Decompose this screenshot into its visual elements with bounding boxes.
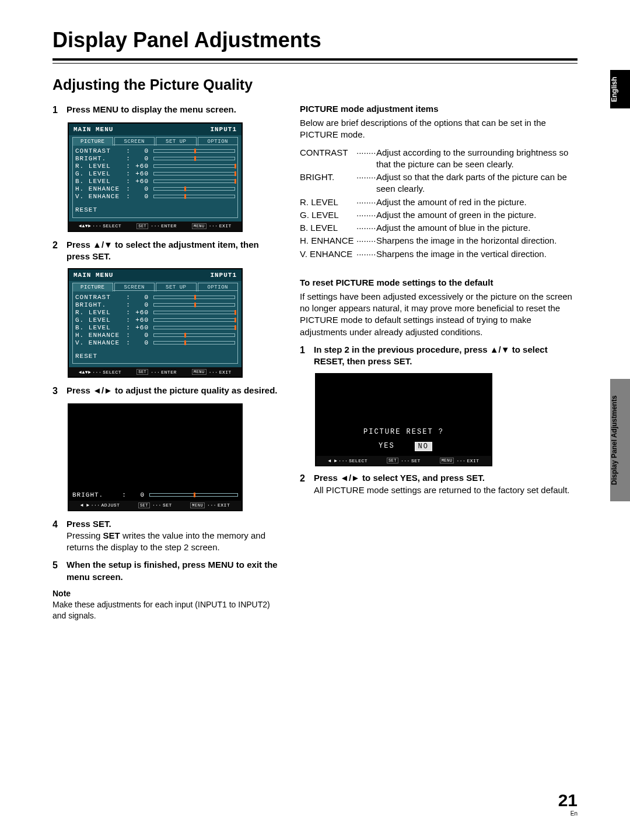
step-body-text: All PICTURE mode settings are returned t… (314, 484, 578, 496)
osd-item-row: B. LEVEL:+60 (75, 324, 235, 331)
osd-item-row: G. LEVEL:+60 (75, 316, 235, 324)
def-term: R. LEVEL (300, 196, 356, 208)
reset-step-1: 1 In step 2 in the previous procedure, p… (300, 344, 578, 368)
osd-tab: PICTURE (72, 283, 113, 291)
osd-item-value: 0 (131, 193, 151, 200)
osd-foot-label: SELECT (349, 458, 368, 463)
step-2: 2 Press ▲/▼ to select the adjustment ite… (52, 239, 282, 263)
def-dots: ············· (356, 171, 376, 195)
osd-reset-item: RESET (75, 206, 235, 214)
osd-foot-label: SELECT (103, 223, 121, 229)
osd-item-row: H. ENHANCE:0 (75, 185, 235, 193)
definition-row: B. LEVEL·············Adjust the amount o… (300, 222, 578, 234)
osd-item-label: B. LEVEL (75, 178, 125, 185)
osd-item-row: BRIGHT.:0 (75, 155, 235, 163)
osd-item-label: CONTRAST (75, 147, 125, 154)
osd-input-label: INPUT1 (210, 272, 237, 279)
def-desc: Sharpens the image in the vertical direc… (376, 248, 578, 260)
osd-item-label: G. LEVEL (75, 317, 125, 324)
osd-foot-btn: MENU (190, 502, 205, 508)
step-4: 4 Press SET. Pressing SET writes the val… (52, 518, 282, 554)
def-dots: ············· (356, 248, 376, 260)
def-dots: ············· (356, 209, 376, 221)
osd-body: CONTRAST:0BRIGHT.:0R. LEVEL:+60G. LEVEL:… (72, 145, 238, 218)
definition-row: H. ENHANCE·············Sharpens the imag… (300, 235, 578, 247)
subhead-reset: To reset PICTURE mode settings to the de… (300, 277, 578, 287)
intro-text: Below are brief descriptions of the opti… (300, 117, 578, 141)
osd-foot-label: EXIT (218, 502, 230, 508)
osd-foot-label: SET (163, 502, 172, 508)
def-desc: Adjust the amount of green in the pictur… (376, 209, 578, 221)
osd-item-label: H. ENHANCE (75, 185, 125, 192)
osd-item-row: R. LEVEL:+60 (75, 308, 235, 316)
reset-intro: If settings have been adjusted excessive… (300, 291, 578, 338)
def-desc: Adjust the amount of blue in the picture… (376, 222, 578, 234)
osd-tab: SCREEN (114, 283, 155, 291)
osd-item-value: +60 (131, 324, 151, 331)
def-dots: ············· (356, 196, 376, 208)
step-text: Press MENU to display the menu screen. (66, 104, 282, 115)
osd-tab: SET UP (156, 137, 197, 146)
step-text: When the setup is finished, press MENU t… (66, 559, 282, 583)
definition-list: CONTRAST·············Adjust according to… (300, 147, 578, 260)
def-dots: ············· (356, 235, 376, 247)
osd-item-value: 0 (131, 339, 151, 346)
osd-item-value: +60 (131, 309, 151, 316)
subhead-picture-items: PICTURE mode adjustment items (300, 104, 578, 114)
osd-item-label: R. LEVEL (75, 163, 125, 170)
osd-foot-label: EXIT (467, 458, 479, 463)
osd-item-value: 0 (131, 301, 151, 308)
rule-thin (52, 63, 578, 64)
osd-foot-label: SET (411, 458, 421, 463)
step-text: Press ◄/► to adjust the picture quality … (66, 385, 282, 396)
osd-item-label: B. LEVEL (75, 324, 125, 331)
osd-item-value: 0 (131, 332, 151, 339)
osd-item-row: V. ENHANCE:0 (75, 339, 235, 346)
def-desc: Adjust so that the dark parts of the pic… (376, 171, 578, 195)
osd-main-menu-2: MAIN MENU INPUT1 PICTURE SCREEN SET UP O… (68, 268, 243, 378)
osd-foot-label: EXIT (219, 223, 232, 229)
osd-foot-label: ENTER (161, 370, 177, 375)
def-term: G. LEVEL (300, 209, 356, 221)
definition-row: BRIGHT.·············Adjust so that the d… (300, 171, 578, 195)
osd-item-label: V. ENHANCE (75, 193, 125, 200)
osd-item-row: G. LEVEL:+60 (75, 170, 235, 178)
osd-item-row: CONTRAST:0 (75, 293, 235, 301)
osd-item-row: BRIGHT.:0 (75, 301, 235, 308)
side-tab-section: Display Panel Adjustments (610, 379, 630, 501)
reset-step-2: 2 Press ◄/► to select YES, and press SET… (300, 472, 578, 496)
osd-tab: OPTION (198, 283, 239, 291)
definition-row: G. LEVEL·············Adjust the amount o… (300, 209, 578, 221)
osd-foot-label: ENTER (161, 223, 177, 229)
definition-row: V. ENHANCE·············Sharpens the imag… (300, 248, 578, 260)
osd-foot-btn: MENU (192, 369, 206, 375)
step-head: Press SET. (66, 518, 282, 530)
osd-item-label: BRIGHT. (75, 301, 125, 308)
osd-item-value: +60 (131, 317, 151, 324)
osd-item-label: R. LEVEL (75, 309, 125, 316)
osd-item-label: BRIGHT. (75, 155, 125, 162)
osd-item-row: B. LEVEL:+60 (75, 178, 235, 185)
osd-body: CONTRAST:0BRIGHT.:0R. LEVEL:+60G. LEVEL:… (72, 290, 238, 364)
osd-foot-btn: SET (387, 458, 398, 463)
osd-item-row: V. ENHANCE:0 (75, 193, 235, 201)
step-3: 3 Press ◄/► to adjust the picture qualit… (52, 385, 282, 398)
osd-item-value: 0 (131, 147, 151, 154)
def-term: BRIGHT. (300, 171, 356, 195)
osd-item-label: G. LEVEL (75, 170, 125, 177)
osd-item-row: CONTRAST:0 (75, 147, 235, 155)
osd-tab: SCREEN (114, 137, 155, 146)
osd-item-value: +60 (131, 170, 151, 177)
osd-item-value: 0 (131, 294, 151, 301)
osd-tab: OPTION (198, 137, 239, 146)
step-head: Press ◄/► to select YES, and press SET. (314, 472, 578, 484)
osd-foot-btn: SET (136, 223, 148, 229)
osd-item-value: +60 (131, 178, 151, 185)
reset-no: NO (415, 442, 432, 451)
osd-input-label: INPUT1 (210, 126, 237, 133)
def-term: B. LEVEL (300, 222, 356, 234)
note-body: Make these adjustments for each input (I… (52, 599, 282, 621)
section-heading: Adjusting the Picture Quality (52, 76, 578, 93)
def-term: H. ENHANCE (300, 235, 356, 247)
definition-row: CONTRAST·············Adjust according to… (300, 147, 578, 171)
